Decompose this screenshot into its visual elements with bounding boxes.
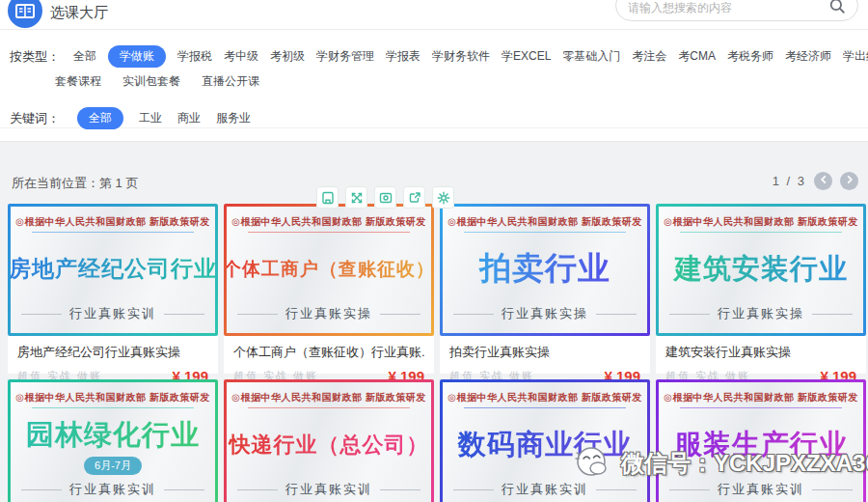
- settings-icon[interactable]: [432, 186, 454, 209]
- filter-type-live-open-class[interactable]: 直播公开课: [202, 73, 259, 90]
- header: 选课大厅: [0, 0, 868, 29]
- course-card[interactable]: ◎根据中华人民共和国财政部 新版政策研发 快递行业（总公司） 行业真账实训: [224, 379, 434, 502]
- type-filter-label: 按类型：: [10, 48, 60, 66]
- book-icon: [8, 0, 42, 30]
- dash-line: [669, 489, 710, 490]
- course-card[interactable]: ◎根据中华人民共和国财政部 新版政策研发 服装生产行业 行业真账实训: [656, 379, 866, 502]
- course-banner: ◎根据中华人民共和国财政部 新版政策研发 数码商业行业 行业真账实训: [440, 379, 650, 502]
- policy-note: ◎根据中华人民共和国财政部 新版政策研发: [443, 215, 647, 229]
- banner-subtitle: 行业真账实训: [659, 481, 863, 498]
- filter-type-junior-exam[interactable]: 考初级: [270, 48, 305, 65]
- dash-line: [164, 489, 204, 490]
- keyword-filter-row: 关键词： 全部 工业 商业 服务业: [10, 107, 251, 129]
- frame-icon[interactable]: [316, 186, 339, 209]
- collapse-arrows-icon[interactable]: [345, 186, 367, 209]
- policy-note: ◎根据中华人民共和国财政部 新版政策研发: [227, 391, 431, 404]
- banner-title: 个体工商户（查账征收）: [227, 233, 431, 305]
- banner-title: 建筑安装行业: [659, 233, 863, 305]
- banner-subtitle-text: 行业真账实训: [718, 481, 804, 498]
- note-underline: [32, 407, 194, 408]
- filter-keyword-service[interactable]: 服务业: [216, 110, 251, 126]
- dash-line: [596, 314, 637, 315]
- filter-type-package-courses[interactable]: 套餐课程: [55, 73, 101, 90]
- banner-title: 快递行业（总公司）: [227, 408, 431, 481]
- filter-type-bookkeeping[interactable]: 学做账: [108, 45, 166, 68]
- filter-type-economist-exam[interactable]: 考经济师: [785, 48, 831, 65]
- course-card[interactable]: ◎根据中华人民共和国财政部 新版政策研发 园林绿化行业 6月-7月 行业真账实训: [8, 379, 218, 502]
- filter-type-financial-management[interactable]: 学财务管理: [316, 48, 374, 65]
- filter-keyword-commerce[interactable]: 商业: [177, 110, 201, 126]
- filter-type-excel[interactable]: 学EXCEL: [502, 48, 551, 65]
- dash-line: [669, 314, 710, 315]
- banner-subtitle: 行业真账实训: [11, 481, 215, 498]
- note-underline: [248, 407, 410, 408]
- keyword-filter-label: 关键词：: [10, 110, 60, 127]
- share-icon[interactable]: [403, 186, 425, 209]
- filter-type-cpa-exam[interactable]: 考注会: [632, 48, 666, 65]
- policy-note: ◎根据中华人民共和国财政部 新版政策研发: [659, 391, 863, 404]
- policy-note: ◎根据中华人民共和国财政部 新版政策研发: [443, 391, 647, 404]
- filter-type-cashier[interactable]: 学出纳: [843, 48, 868, 65]
- course-title: 建筑安装行业真账实操: [665, 344, 856, 361]
- dash-line: [380, 489, 420, 490]
- banner-subtitle: 行业真账实训: [11, 305, 215, 322]
- filter-type-tax-agent-exam[interactable]: 考税务师: [727, 48, 773, 65]
- dash-line: [453, 489, 494, 490]
- dash-line: [164, 314, 204, 315]
- banner-subtitle-text: 行业真账实操: [285, 305, 372, 322]
- policy-note: ◎根据中华人民共和国财政部 新版政策研发: [11, 391, 215, 404]
- screenshot-icon[interactable]: [374, 186, 396, 209]
- course-card[interactable]: ◎根据中华人民共和国财政部 新版政策研发 建筑安装行业 行业真账实操 建筑安装行…: [656, 204, 866, 374]
- course-title: 房地产经纪公司行业真账实操: [17, 344, 208, 361]
- note-underline: [32, 232, 194, 233]
- type-filter-row-2: 套餐课程 实训包套餐 直播公开课: [55, 73, 259, 90]
- chevron-left-icon: [817, 173, 830, 190]
- course-info: 个体工商户（查账征收）行业真账... 超值 实战 做账 ¥ 199: [224, 336, 434, 384]
- dash-line: [812, 314, 853, 315]
- filter-type-tax-filing[interactable]: 学报税: [177, 48, 212, 65]
- course-banner: ◎根据中华人民共和国财政部 新版政策研发 房地产经纪公司行业 行业真账实训: [8, 204, 218, 336]
- prev-page-button[interactable]: [814, 172, 832, 190]
- course-banner: ◎根据中华人民共和国财政部 新版政策研发 园林绿化行业 6月-7月 行业真账实训: [8, 379, 218, 502]
- note-underline: [248, 232, 410, 233]
- filter-type-zero-basis[interactable]: 零基础入门: [562, 48, 620, 65]
- filter-keyword-all[interactable]: 全部: [77, 107, 123, 129]
- dash-line: [596, 489, 637, 490]
- course-title: 个体工商户（查账征收）行业真账...: [233, 344, 424, 361]
- filter-type-reports[interactable]: 学报表: [386, 48, 420, 65]
- type-filter-row: 按类型： 全部 学做账 学报税 考中级 考初级 学财务管理 学报表 学财务软件 …: [10, 45, 866, 68]
- next-page-button[interactable]: [840, 172, 858, 190]
- search-icon[interactable]: [828, 0, 846, 18]
- filter-type-all[interactable]: 全部: [73, 48, 96, 65]
- pagination: 1 / 3: [773, 172, 858, 190]
- filter-section: 按类型： 全部 学做账 学报税 考中级 考初级 学财务管理 学报表 学财务软件 …: [0, 30, 868, 141]
- course-title: 拍卖行业真账实操: [449, 344, 640, 361]
- policy-note: ◎根据中华人民共和国财政部 新版政策研发: [227, 215, 431, 229]
- course-banner: ◎根据中华人民共和国财政部 新版政策研发 服装生产行业 行业真账实训: [656, 379, 866, 502]
- banner-subtitle-text: 行业真账实训: [502, 481, 588, 498]
- filter-keyword-industry[interactable]: 工业: [139, 110, 162, 126]
- banner-title: 服装生产行业: [659, 408, 863, 481]
- course-banner: ◎根据中华人民共和国财政部 新版政策研发 快递行业（总公司） 行业真账实训: [224, 379, 434, 502]
- banner-subtitle-text: 行业真账实训: [69, 305, 156, 322]
- course-card[interactable]: ◎根据中华人民共和国财政部 新版政策研发 个体工商户（查账征收） 行业真账实操 …: [224, 204, 434, 374]
- course-banner: ◎根据中华人民共和国财政部 新版政策研发 个体工商户（查账征收） 行业真账实操: [224, 204, 434, 336]
- banner-subtitle-text: 行业真账实操: [718, 305, 804, 322]
- course-card[interactable]: ◎根据中华人民共和国财政部 新版政策研发 房地产经纪公司行业 行业真账实训 房地…: [8, 204, 218, 374]
- banner-title: 房地产经纪公司行业: [11, 233, 215, 305]
- banner-subtitle: 行业真账实操: [443, 305, 647, 322]
- course-info: 建筑安装行业真账实操 超值 实战 做账 ¥ 199: [656, 336, 866, 384]
- filter-type-finance-software[interactable]: 学财务软件: [432, 48, 490, 65]
- note-underline: [464, 407, 626, 408]
- course-card[interactable]: ◎根据中华人民共和国财政部 新版政策研发 数码商业行业 行业真账实训: [440, 379, 650, 502]
- dash-line: [237, 489, 278, 490]
- banner-subtitle-text: 行业真账实操: [502, 305, 588, 322]
- search-box: [615, 0, 858, 21]
- course-card[interactable]: ◎根据中华人民共和国财政部 新版政策研发 拍卖行业 行业真账实操 拍卖行业真账实…: [440, 204, 650, 374]
- filter-type-cma-exam[interactable]: 考CMA: [678, 48, 716, 65]
- app-logo[interactable]: [8, 0, 42, 28]
- filter-type-intermediate-exam[interactable]: 考中级: [224, 48, 258, 65]
- note-underline: [680, 407, 842, 408]
- search-input[interactable]: [628, 1, 828, 14]
- filter-type-training-package[interactable]: 实训包套餐: [122, 73, 180, 90]
